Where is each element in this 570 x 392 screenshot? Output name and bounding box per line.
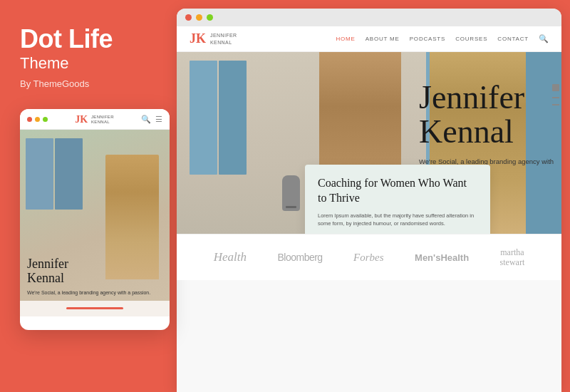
mobile-text-overlay: Jennifer Kennal We're Social, a leading … [20,252,170,300]
logo-martha: martha stewart [500,247,525,268]
desktop-content: Jennifer Kennal We're Social, a leading … [177,52,561,392]
logo-forbes: Forbes [353,252,384,264]
mobile-bottom-indicator [66,307,123,309]
desktop-jk-logo: JK [190,31,206,46]
nav-link-podcasts[interactable]: PODCASTS [410,36,445,42]
shutter-2 [219,61,247,175]
desktop-hero: Jennifer Kennal We're Social, a leading … [177,52,561,234]
chrome-dot-yellow [196,14,202,21]
chrome-dot-red [185,14,192,21]
mobile-window [26,138,83,210]
shutter-right [55,138,83,210]
desktop-mockup: JK JENNIFER KENNAL HOME ABOUT ME PODCAST… [177,9,561,392]
card-title: Coaching for Women Who Want to Thrive [318,176,477,206]
logos-bar: Health Bloomberg Forbes Men'sHealth mart… [177,234,561,280]
nav-link-home[interactable]: HOME [336,36,355,42]
brand-subtitle: Theme [20,54,157,73]
microphone-decoration [282,175,300,211]
desktop-navbar: JK JENNIFER KENNAL HOME ABOUT ME PODCAST… [177,26,561,52]
mobile-hero-image: Jennifer Kennal We're Social, a leading … [20,130,170,301]
mobile-menu-icon[interactable]: ☰ [155,115,162,124]
mobile-dot-green [43,117,48,122]
mobile-jk-logo: JK [75,114,88,125]
mobile-logo: JK JENNIFER KENNAL [75,114,114,125]
hero-name: Jennifer Kennal [419,81,561,150]
mobile-dot-red [27,117,32,122]
coaching-card: Coaching for Women Who Want to Thrive Lo… [305,165,490,234]
mobile-window-controls [27,117,48,122]
mobile-bottom-strip [20,301,170,316]
logo-menshealth: Men'sHealth [415,252,469,263]
logo-health: Health [214,250,247,264]
desktop-nav-links: HOME ABOUT ME PODCASTS COURSES CONTACT 🔍 [336,34,549,43]
chrome-dot-green [207,14,213,21]
card-description: Lorem Ipsum available, but the majority … [318,212,477,228]
brand-by: By ThemeGoods [20,78,157,89]
mic-base [286,206,296,208]
hero-shutters-group [190,61,247,175]
brand-title: Dot Life [20,26,157,53]
nav-link-contact[interactable]: CONTACT [497,36,529,42]
desktop-chrome-bar [177,9,561,26]
nav-link-about[interactable]: ABOUT ME [366,36,400,42]
nav-link-courses[interactable]: COURSES [455,36,487,42]
mobile-hero-desc: We're Social, a leading branding agency … [27,289,162,296]
left-panel: Dot Life Theme By ThemeGoods JK JENNIFER… [0,0,177,392]
desktop-logo-text: JENNIFER KENNAL [210,32,237,45]
mobile-nav-icons: 🔍 ☰ [141,115,162,124]
shutter-left [26,138,53,210]
mobile-logo-text: JENNIFER KENNAL [91,115,114,125]
logo-bloomberg: Bloomberg [277,252,322,263]
mobile-search-icon[interactable]: 🔍 [141,115,151,124]
shutter-1 [190,61,217,175]
desktop-logo: JK JENNIFER KENNAL [190,31,237,46]
mobile-mockup: JK JENNIFER KENNAL 🔍 ☰ [20,109,170,330]
mobile-top-bar: JK JENNIFER KENNAL 🔍 ☰ [20,109,170,130]
hero-text-overlay: Jennifer Kennal We're Social, a leading … [419,81,561,177]
mobile-hero-name: Jennifer Kennal [27,257,162,286]
mobile-dot-yellow [35,117,40,122]
desktop-search-icon[interactable]: 🔍 [539,34,549,43]
